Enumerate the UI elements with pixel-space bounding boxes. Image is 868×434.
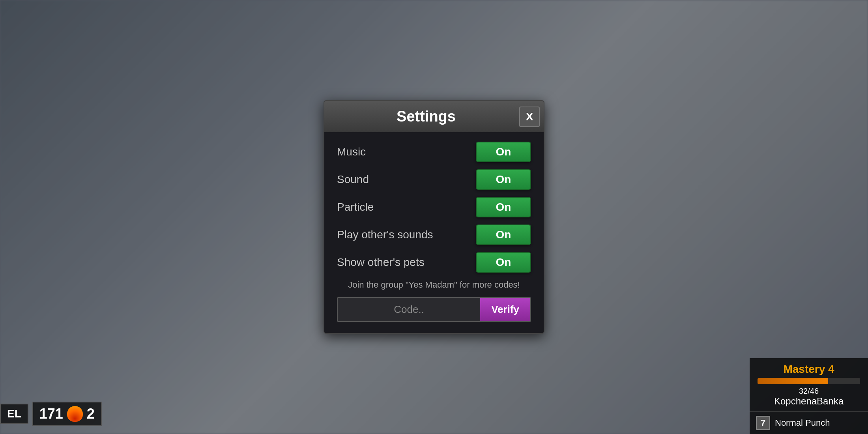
toggle-play-others-sounds[interactable]: On [476,224,531,245]
modal-overlay: Settings X Music On Sound On Particle On… [0,0,868,434]
setting-label-particle: Particle [337,201,374,213]
setting-label-show-others-pets: Show other's pets [337,256,425,269]
toggle-music[interactable]: On [476,142,531,162]
settings-body: Music On Sound On Particle On Play other… [324,132,544,333]
settings-title: Settings [397,108,456,125]
settings-dialog: Settings X Music On Sound On Particle On… [324,100,544,334]
setting-label-sound: Sound [337,173,369,186]
group-message: Join the group "Yes Madam" for more code… [337,280,531,290]
verify-button[interactable]: Verify [480,298,530,321]
code-input[interactable] [338,298,480,321]
settings-row-play-others-sounds: Play other's sounds On [337,224,531,245]
settings-row-music: Music On [337,142,531,162]
setting-label-play-others-sounds: Play other's sounds [337,228,433,241]
setting-label-music: Music [337,146,366,158]
toggle-show-others-pets[interactable]: On [476,252,531,273]
close-button[interactable]: X [519,107,540,127]
toggle-particle[interactable]: On [476,197,531,217]
code-row: Verify [337,297,531,322]
toggle-sound[interactable]: On [476,169,531,190]
settings-row-show-others-pets: Show other's pets On [337,252,531,273]
settings-header: Settings X [324,101,544,132]
settings-row-particle: Particle On [337,197,531,217]
settings-row-sound: Sound On [337,169,531,190]
